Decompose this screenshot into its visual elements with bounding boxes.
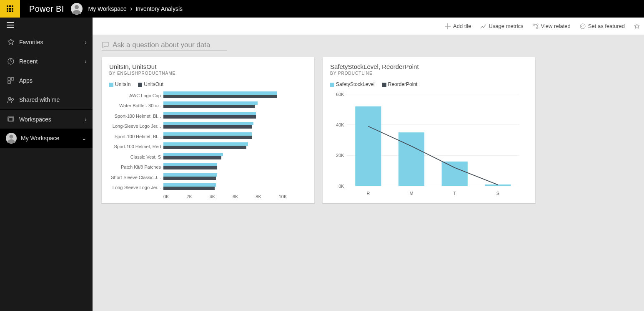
hamburger-icon (7, 22, 14, 28)
x-tick: 4K (210, 194, 233, 199)
app-launcher-button[interactable] (0, 0, 20, 18)
svg-rect-7 (9, 10, 11, 12)
bar-unitsin (163, 112, 256, 115)
bar-category-label: Water Bottle - 30 oz. (109, 103, 163, 108)
badge-icon (580, 23, 586, 29)
bar-row: Short-Sleeve Classic J... (109, 173, 302, 182)
bar-row: Patch Kit/8 Patches (109, 163, 302, 171)
bar-category-label: Sport-100 Helmet, Bl... (109, 134, 163, 139)
current-workspace-button[interactable]: My Workspace ⌄ (0, 129, 93, 148)
svg-point-22 (533, 24, 535, 25)
left-nav: Favorites› Recent› Apps Shared with me W… (0, 18, 93, 311)
svg-point-18 (12, 99, 14, 101)
featured-label: Set as featured (588, 23, 625, 29)
svg-rect-6 (7, 10, 8, 12)
current-workspace-label: My Workspace (21, 135, 82, 142)
related-label: View related (541, 23, 571, 29)
bar-row: Water Bottle - 30 oz. (109, 101, 302, 110)
svg-text:0K: 0K (338, 183, 344, 188)
svg-rect-5 (12, 8, 13, 10)
x-tick: 6K (233, 194, 256, 199)
clock-icon (6, 58, 16, 65)
bar-unitsout (163, 136, 252, 139)
chevron-right-icon: › (85, 39, 87, 46)
bar-category-label: AWC Logo Cap (109, 93, 163, 98)
breadcrumb: My Workspace › Inventory Analysis (88, 5, 183, 13)
bar-unitsout (163, 187, 215, 190)
crumb-workspace[interactable]: My Workspace (88, 5, 127, 12)
star-icon (6, 38, 16, 46)
dashboard-canvas: Ask a question about your data UnitsIn, … (93, 35, 644, 311)
bar-category-label: Sport-100 Helmet, Bl... (109, 114, 163, 119)
bar-category-label: Patch Kit/8 Patches (109, 164, 163, 169)
tile1-title: UnitsIn, UnitsOut (109, 63, 307, 70)
top-bar: Power BI My Workspace › Inventory Analys… (0, 0, 644, 18)
usage-metrics-button[interactable]: Usage metrics (480, 23, 523, 29)
chevron-right-icon: › (85, 116, 87, 123)
svg-rect-12 (7, 27, 14, 28)
add-tile-label: Add tile (453, 23, 471, 29)
bar-category-label: Short-Sleeve Classic J... (109, 175, 163, 180)
bar-unitsout (163, 156, 221, 159)
bar-row: Sport-100 Helmet, Bl... (109, 132, 302, 141)
nav-item-recent[interactable]: Recent› (0, 52, 93, 71)
nav-label: Recent (19, 58, 85, 65)
bar-unitsin (163, 101, 258, 105)
star-outline-icon (634, 23, 640, 29)
svg-text:T: T (453, 190, 456, 195)
nav-item-apps[interactable]: Apps (0, 71, 93, 90)
nav-toggle-button[interactable] (0, 18, 93, 33)
bar-unitsout (163, 166, 217, 169)
user-avatar[interactable] (71, 3, 83, 15)
waffle-icon (7, 5, 13, 12)
svg-rect-11 (7, 25, 14, 25)
bar-unitsin (163, 122, 253, 125)
bar-unitsout (163, 125, 252, 129)
bar-unitsout (163, 177, 216, 180)
add-tile-button[interactable]: Add tile (445, 23, 471, 29)
svg-rect-10 (7, 22, 14, 23)
bar-category-label: Sport-100 Helmet, Red (109, 144, 163, 149)
tile-units[interactable]: UnitsIn, UnitsOut By EnglishProductName … (102, 57, 314, 203)
bar-unitsout (163, 95, 277, 98)
nav-item-workspaces[interactable]: Workspaces› (0, 109, 93, 129)
bar-row: AWC Logo Cap (109, 91, 302, 100)
set-featured-button[interactable]: Set as featured (580, 23, 625, 29)
svg-point-24 (536, 27, 538, 29)
x-tick: 2K (186, 194, 209, 199)
swatch-icon (138, 83, 142, 87)
nav-item-shared with me[interactable]: Shared with me (0, 90, 93, 109)
nav-item-favorites[interactable]: Favorites› (0, 33, 93, 52)
nav-label: Workspaces (19, 116, 85, 123)
qa-placeholder: Ask a question about your data (113, 41, 210, 49)
workspaces-icon (6, 116, 16, 123)
bar-unitsout (163, 105, 255, 108)
legend-safety: SafetyStockLevel (330, 81, 375, 87)
svg-rect-2 (12, 5, 13, 7)
svg-rect-14 (8, 78, 10, 80)
brand-label: Power BI (20, 4, 68, 14)
qa-input[interactable]: Ask a question about your data (102, 41, 227, 51)
svg-point-17 (8, 97, 11, 100)
svg-rect-15 (11, 78, 14, 80)
svg-text:S: S (496, 190, 499, 195)
svg-point-21 (9, 135, 13, 139)
bar-unitsin (163, 132, 252, 136)
favorite-star-button[interactable] (634, 23, 640, 29)
x-tick: 0K (163, 194, 186, 199)
bar-category-label: Long-Sleeve Logo Jer... (109, 124, 163, 129)
tile-safety[interactable]: SafetyStockLevel, ReorderPoint By Produc… (323, 57, 535, 203)
svg-text:60K: 60K (336, 91, 344, 96)
legend-reorder: ReorderPoint (382, 81, 418, 87)
swatch-icon (382, 83, 386, 87)
nav-label: Apps (19, 77, 87, 84)
bar-unitsin (163, 142, 248, 146)
view-related-button[interactable]: View related (533, 23, 571, 29)
x-tick: 10K (279, 194, 302, 199)
person-icon (72, 4, 82, 14)
workspace-avatar (6, 133, 17, 144)
svg-point-23 (536, 24, 538, 25)
chevron-right-icon: › (85, 58, 87, 65)
nav-label: Shared with me (19, 96, 87, 103)
svg-rect-20 (9, 118, 13, 121)
